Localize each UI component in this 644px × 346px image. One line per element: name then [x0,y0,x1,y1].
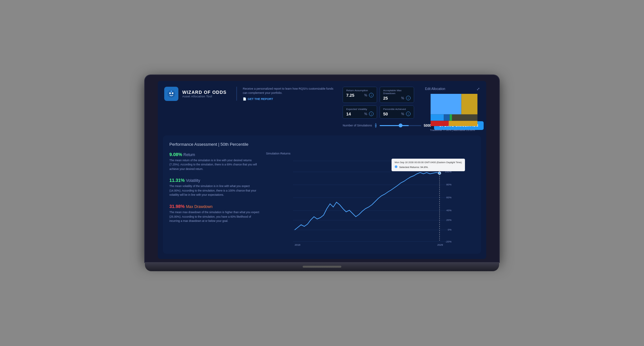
return-assumption-input[interactable] [346,93,362,98]
svg-rect-10 [431,121,449,126]
svg-text:-20%: -20% [445,240,451,243]
max-drawdown-label: Acceptable Max Drawdown [383,89,411,95]
percentile-achieved-field: Percentile Achieved % i [380,105,414,119]
simulations-label: Number of Simulations [343,124,372,127]
doc-icon: 📄 [243,97,246,101]
expected-volatility-unit: % [364,112,367,116]
svg-text:2029: 2029 [437,243,443,246]
max-drawdown-field: Acceptable Max Drawdown % i [380,87,414,103]
svg-text:0%: 0% [448,228,451,231]
svg-text:2019: 2019 [295,243,300,246]
screen-bezel: WIZARD OF ODDS Asset Allocation Tool Rec… [145,75,499,262]
brand-section: WIZARD OF ODDS Asset Allocation Tool [164,87,229,101]
performance-title: Performance Assessment | 50th Percentile [169,142,475,147]
header: WIZARD OF ODDS Asset Allocation Tool Rec… [158,81,486,135]
return-metric: 9.08% Return The mean return of the simu… [169,152,260,172]
chart-title: Simulation Returns [266,152,475,155]
app-container: WIZARD OF ODDS Asset Allocation Tool Rec… [158,81,486,254]
svg-rect-5 [461,94,478,114]
svg-rect-7 [444,114,450,121]
metrics-panel: 9.08% Return The mean return of the simu… [169,152,260,247]
allocation-panel: Edit Allocation ⤢ [422,87,480,132]
performance-layout: 9.08% Return The mean return of the simu… [169,152,475,247]
percentile-achieved-row: % i [383,112,411,116]
return-assumption-label: Return Assumption [346,89,374,92]
brand-description: Receive a personalized report to learn h… [236,87,335,101]
expand-icon[interactable]: ⤢ [477,87,480,91]
drawdown-value: 31.98% [169,204,185,209]
percentile-achieved-info-icon[interactable]: i [406,112,411,116]
volatility-metric-value: 11.31% Volatility [169,178,260,183]
brand-title: WIZARD OF ODDS [182,90,227,95]
brand-desc-text: Receive a personalized report to learn h… [243,87,335,95]
svg-rect-8 [450,114,452,121]
laptop-screen: WIZARD OF ODDS Asset Allocation Tool Rec… [158,81,486,259]
simulations-row: Number of Simulations i 5000 UPDATE SIMU… [343,121,414,130]
simulations-info-icon[interactable]: i [375,123,376,128]
expected-volatility-label: Expected Volatility [346,108,374,111]
svg-point-2 [172,92,174,94]
main-content: Performance Assessment | 50th Percentile… [163,135,481,254]
svg-text:40%: 40% [446,209,451,212]
percentile-achieved-input[interactable] [383,112,399,116]
drawdown-metric-value: 31.98% Max Drawdown [169,204,260,209]
laptop-container: WIZARD OF ODDS Asset Allocation Tool Rec… [145,75,499,271]
allocation-chart [425,94,483,126]
brand-text: WIZARD OF ODDS Asset Allocation Tool [182,90,227,98]
return-label: Return [184,153,195,157]
expected-volatility-field: Expected Volatility % i [343,105,377,119]
return-assumption-field: Return Assumption % i [343,87,377,103]
expected-volatility-info-icon[interactable]: i [369,112,374,116]
allocation-title: Edit Allocation [425,87,445,91]
drawdown-label: Max Drawdown [186,204,213,209]
svg-text:20%: 20% [446,219,451,222]
volatility-label: Volatility [186,178,200,183]
controls-grid: Return Assumption % i Acceptable Max Dra… [343,87,414,130]
get-report-link[interactable]: 📄 GET THE REPORT [243,97,335,101]
brand-subtitle: Asset Allocation Tool [182,95,227,98]
svg-rect-11 [449,121,478,126]
chart-svg-wrapper: 120% 100% 80% 60% 40% 20% 0% -20% [266,157,475,247]
allocation-legend: Traditional 77.00% | Alternative 23.00% [425,129,480,132]
return-assumption-row: % i [346,93,374,98]
svg-rect-9 [452,114,478,121]
svg-point-29 [438,172,441,174]
brand-logo [164,87,178,101]
expected-volatility-input[interactable] [346,112,362,116]
svg-text:80%: 80% [446,183,451,186]
return-description: The mean return of the simulation is in … [169,158,260,172]
volatility-value: 11.31% [169,178,185,183]
chart-area: Simulation Returns 120% 100% 80% 60% 40% [266,152,475,247]
svg-rect-4 [431,94,461,114]
drawdown-metric: 31.98% Max Drawdown The mean max drawdow… [169,204,260,223]
allocation-header: Edit Allocation ⤢ [425,87,480,91]
expected-volatility-row: % i [346,112,374,116]
max-drawdown-row: % i [383,96,411,101]
svg-point-1 [169,92,171,94]
volatility-metric: 11.31% Volatility The mean volatility of… [169,178,260,197]
return-assumption-unit: % [364,94,367,97]
return-value: 9.08% [169,152,182,157]
max-drawdown-unit: % [401,96,404,100]
return-assumption-info-icon[interactable]: i [369,93,374,97]
laptop-base [145,262,499,271]
volatility-description: The mean volatility of the simulation is… [169,184,260,197]
max-drawdown-info-icon[interactable]: i [406,96,411,100]
svg-text:100%: 100% [445,170,451,173]
svg-text:60%: 60% [446,196,451,199]
max-drawdown-input[interactable] [383,96,399,101]
get-report-label: GET THE REPORT [248,97,273,101]
return-metric-value: 9.08% Return [169,152,260,157]
svg-text:120%: 120% [445,159,451,162]
laptop-notch [303,266,341,268]
drawdown-description: The mean max drawdown of the simulation … [169,210,260,223]
simulation-chart: 120% 100% 80% 60% 40% 20% 0% -20% [266,157,475,247]
simulations-slider[interactable] [380,125,421,126]
svg-rect-6 [431,114,444,121]
percentile-achieved-label: Percentile Achieved [383,108,411,111]
percentile-achieved-unit: % [401,112,404,116]
svg-rect-3 [171,91,172,92]
